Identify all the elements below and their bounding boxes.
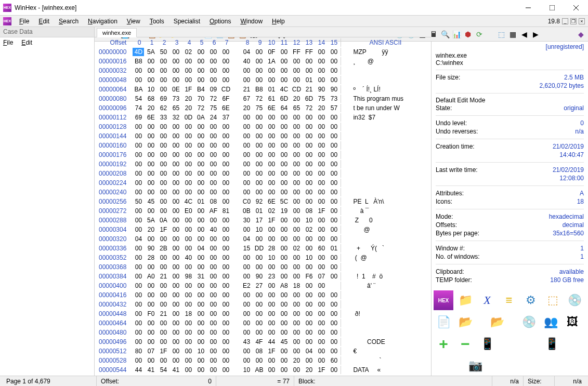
- hex-big-icon[interactable]: HEX: [434, 290, 453, 310]
- hex-row[interactable]: 000000004D5A50000200000004000F00FFFF0000…: [96, 48, 422, 56]
- mdi-close[interactable]: ×: [579, 18, 585, 24]
- hex-row[interactable]: 0000012800000000000000000000000000000000: [96, 123, 422, 131]
- template-icon[interactable]: ▦: [507, 29, 518, 39]
- help-icon[interactable]: ◆: [576, 29, 586, 39]
- folder-big-icon[interactable]: 📁: [455, 290, 475, 310]
- hex-row[interactable]: 0000016000000000000000000000000000000000: [96, 141, 422, 150]
- hex-row[interactable]: 0000038400A02100983100000090230000F60700…: [96, 272, 422, 281]
- x-big-icon[interactable]: X: [477, 290, 497, 310]
- camera-big-icon[interactable]: 📷: [455, 356, 495, 376]
- hex-row[interactable]: 0000051280071F000010000000081F0000040000…: [96, 347, 422, 355]
- doc-big-icon[interactable]: 📄: [434, 312, 453, 332]
- mdi-controls: _ ❐ ×: [562, 18, 588, 24]
- options-icon[interactable]: ⬚: [496, 29, 506, 39]
- zoom-icon[interactable]: 🔍: [440, 29, 450, 39]
- hex-row[interactable]: 000004960000000000000000434F444500000000…: [96, 338, 422, 346]
- file-name: winhex.exe: [436, 52, 584, 59]
- offsets-label: Offsets:: [436, 221, 457, 229]
- undo-reverses-value: n/a: [575, 128, 584, 135]
- picture-big-icon[interactable]: 🖼: [563, 312, 582, 332]
- analyze-icon[interactable]: 📊: [451, 29, 462, 39]
- window-title: WinHex - [winhex.exe]: [15, 4, 516, 11]
- hex-row[interactable]: 0000030400201F00000040000010000000020000…: [96, 225, 422, 234]
- menu-tools[interactable]: Tools: [145, 17, 169, 26]
- hex-row[interactable]: 0000003200000000000000000000000000000000: [96, 66, 422, 75]
- hex-row[interactable]: 0000017600000000000000000000000000000000: [96, 151, 422, 159]
- hex-row[interactable]: 0000052800000000000000000000000020000060…: [96, 356, 422, 365]
- next-icon[interactable]: ▶: [530, 29, 541, 39]
- maximize-button[interactable]: [540, 1, 564, 15]
- hex-row[interactable]: 0000036800000000000000000000000000000000: [96, 263, 422, 271]
- hex-row[interactable]: 00000544444154410000000010AB000000201F00…: [96, 366, 422, 374]
- hex-row[interactable]: 0000048000000000000000000000000000000000: [96, 328, 422, 337]
- hex-row[interactable]: 00000256504500004C010800C0926E5C00000000…: [96, 197, 422, 206]
- hex-row[interactable]: 00000080546869732070726F6772616D206D7573…: [96, 95, 422, 103]
- hex-row[interactable]: 00000096742062652072756E20756E6465722057…: [96, 104, 422, 112]
- disk-big-icon[interactable]: 💿: [565, 290, 584, 310]
- phone-big-icon[interactable]: 📱: [477, 334, 497, 354]
- hex-row[interactable]: 000004000000000000000000E22700A8180000 â…: [96, 282, 422, 290]
- hex-row[interactable]: 0000014400000000000000000000000000000000: [96, 132, 422, 140]
- menu-specialist[interactable]: Specialist: [169, 17, 205, 26]
- phone2-big-icon[interactable]: 📱: [542, 334, 561, 354]
- hex-row[interactable]: 0000024000000000000000000000000000000000: [96, 188, 422, 196]
- menu-search[interactable]: Search: [54, 17, 83, 26]
- file-size-label: File size:: [436, 74, 460, 81]
- window-num-label: Window #:: [436, 245, 465, 252]
- gear-big-icon[interactable]: ⚙: [521, 290, 541, 310]
- hex-row[interactable]: 0000041600000000000000000000000000000000: [96, 291, 422, 299]
- menu-navigation[interactable]: Navigation: [83, 17, 122, 26]
- block-label: Block:: [298, 378, 316, 385]
- hex-row[interactable]: 0000019200000000000000000000000000000000: [96, 160, 422, 168]
- hex-row[interactable]: 0000027200000000E000AF810B01021900081F00…: [96, 207, 422, 215]
- menu-edit[interactable]: Edit: [34, 17, 54, 26]
- hex-row[interactable]: 00000112696E33320D0A24370000000000000000…: [96, 113, 422, 122]
- position-icon[interactable]: ⬢: [463, 29, 473, 39]
- hex-row[interactable]: 0000043200000000000000000000000000000000: [96, 300, 422, 309]
- hex-row[interactable]: 0000035200280000400000000000100000100000…: [96, 254, 422, 262]
- folder-open-big-icon[interactable]: 📂: [477, 312, 517, 332]
- mdi-minimize[interactable]: _: [562, 18, 568, 24]
- tab-winhex-exe[interactable]: winhex.exe: [97, 28, 137, 37]
- hex-row[interactable]: 0000033600902B000004000015DD280002006001…: [96, 244, 422, 252]
- block-value: n/a: [510, 378, 519, 385]
- hex-row[interactable]: 0000044800F02100180000000000000000000000…: [96, 310, 422, 318]
- bars-big-icon[interactable]: ≡: [499, 290, 519, 310]
- hex-row[interactable]: 0000004800000000000000000000000000010000: [96, 76, 422, 84]
- offsets-value: decimal: [563, 221, 584, 229]
- hex-row[interactable]: 0000020800000000000000000000000000000000: [96, 169, 422, 178]
- tree-big-icon[interactable]: ⬚: [543, 290, 563, 310]
- hex-row[interactable]: 00000064BA10000E1FB409CD21B8014CCD219090…: [96, 85, 422, 94]
- hex-row[interactable]: 0000022400000000000000000000000000000000: [96, 179, 422, 187]
- minimize-button[interactable]: [516, 1, 540, 15]
- prev-icon[interactable]: ◀: [519, 29, 529, 39]
- case-edit-menu[interactable]: Edit: [21, 39, 32, 46]
- plus-big-icon[interactable]: +: [434, 334, 453, 354]
- write-date-value: 21/02/2019: [553, 166, 584, 174]
- hex-row[interactable]: 0000032004000000000000000400000000000000: [96, 235, 422, 243]
- hex-row[interactable]: 00000016B80000000000000040001A0000000000…: [96, 57, 422, 65]
- minus-big-icon[interactable]: −: [455, 334, 475, 354]
- case-file-menu[interactable]: File: [3, 39, 13, 46]
- menu-file[interactable]: File: [15, 17, 34, 26]
- hex-view[interactable]: Offset 0 1 2 3 4 5 6 7 8 9101112131415AN…: [95, 37, 431, 376]
- file-size-value: 2.5 MB: [564, 74, 584, 81]
- menu-window[interactable]: Window: [236, 17, 267, 26]
- disk-add-big-icon[interactable]: 💿: [519, 312, 539, 332]
- hex-row[interactable]: 0000046400000000000000000000000000000000: [96, 319, 422, 327]
- state-label: State:: [436, 104, 452, 112]
- hex-row[interactable]: 00000288005A0A000000000030171F0000100000…: [96, 216, 422, 224]
- menu-help[interactable]: Help: [267, 17, 290, 26]
- mdi-restore[interactable]: ❐: [570, 18, 577, 24]
- creation-time-label: Creation time:: [436, 143, 475, 150]
- details-panel: [unregistered] winhex.exe C:\winhex File…: [431, 42, 588, 376]
- folder2-big-icon[interactable]: 📂: [455, 312, 475, 332]
- close-button[interactable]: [564, 1, 588, 15]
- menu-view[interactable]: View: [122, 17, 145, 26]
- offset-equals: = 77: [277, 378, 290, 385]
- menu-options[interactable]: Options: [205, 17, 236, 26]
- unregistered-label: [unregistered]: [432, 42, 588, 52]
- refresh-icon[interactable]: ⟳: [474, 29, 485, 39]
- mode-value: hexadecimal: [549, 213, 584, 220]
- users-big-icon[interactable]: 👥: [541, 312, 560, 332]
